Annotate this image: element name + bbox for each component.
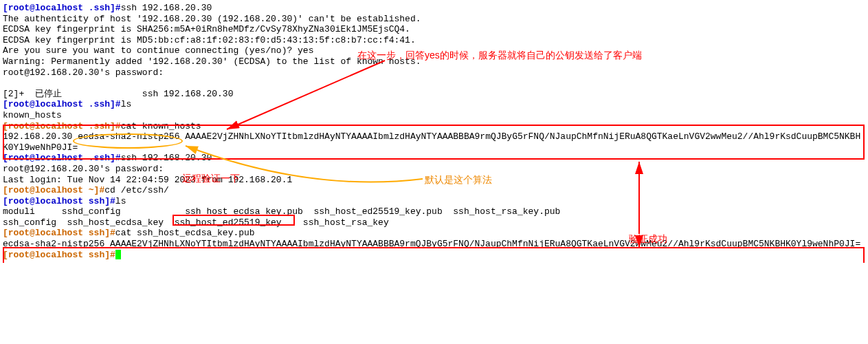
cmd-cd: cd /etc/ssh/ bbox=[104, 185, 169, 195]
prompt: [root@localhost .ssh]# bbox=[3, 3, 121, 13]
prompt-ssh: [root@localhost ssh]# bbox=[3, 196, 115, 206]
cmd-ls2: ls bbox=[115, 196, 126, 206]
annotation-remote-verify: 远程验证一下 bbox=[182, 173, 240, 184]
prompt-ssh-orange: [root@localhost ssh]# bbox=[3, 228, 115, 238]
box-pubkey-content bbox=[3, 247, 865, 263]
auth-line: The authenticity of host '192.168.20.30 … bbox=[3, 14, 865, 25]
cmd-cat-pub: cat ssh_host_ecdsa_key.pub bbox=[115, 228, 255, 238]
annotation-yes-pubkey: 在这一步，回答yes的时候，服务器就将自己的公钥发送给了客户端 bbox=[357, 50, 642, 61]
annotation-verify-success: 验证成功 bbox=[629, 233, 667, 245]
ls-row1: moduli sshd_config ssh_host_ecdsa_key.pu… bbox=[3, 206, 865, 217]
ls-output-known-hosts: known_hosts bbox=[3, 110, 865, 121]
password-prompt: root@192.168.20.30's password: bbox=[3, 67, 865, 78]
annotation-default-algo: 默认是这个算法 bbox=[425, 174, 492, 186]
oval-algo bbox=[73, 133, 183, 149]
prompt: [root@localhost .ssh]# bbox=[3, 99, 121, 109]
cmd-ls: ls bbox=[121, 99, 132, 109]
prompt-home: [root@localhost ~]# bbox=[3, 185, 104, 195]
stopped-job: [2]+ 已停止 ssh 192.168.20.30 bbox=[3, 89, 865, 100]
password-prompt-2: root@192.168.20.30's password: bbox=[3, 164, 865, 175]
cmd-ssh: ssh 192.168.20.30 bbox=[121, 3, 212, 13]
fingerprint-sha: ECDSA key fingerprint is SHA256:m5A+0iRn… bbox=[3, 24, 865, 35]
box-ecdsa-pub-file bbox=[173, 215, 295, 226]
ls-row2: ssh_config ssh_host_ecdsa_key ssh_host_e… bbox=[3, 217, 865, 228]
fingerprint-md5: ECDSA key fingerprint is MD5:bb:cf:a8:1f… bbox=[3, 35, 865, 46]
